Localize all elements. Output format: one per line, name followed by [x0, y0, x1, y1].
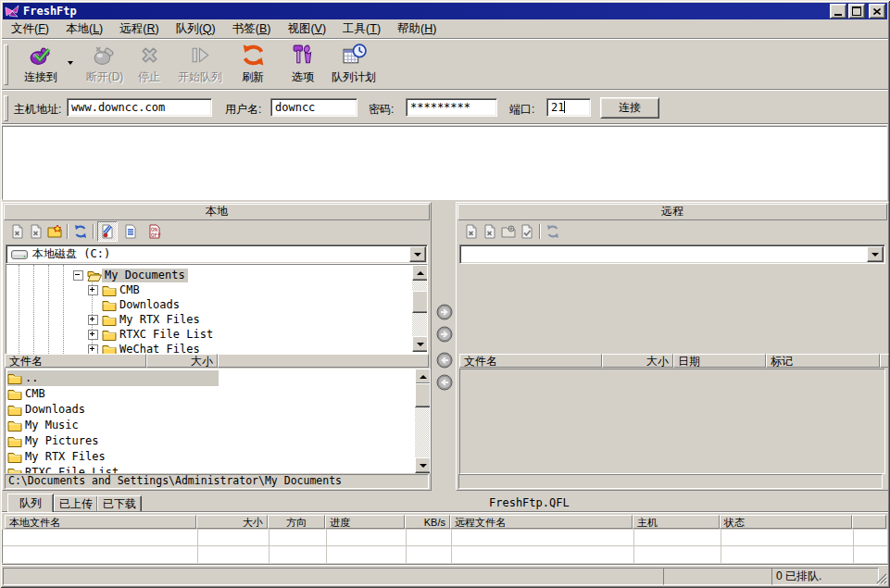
- queue-file-icon[interactable]: [462, 222, 481, 241]
- queue-schedule-button[interactable]: 队列计划: [326, 43, 382, 85]
- toolbar-gripper[interactable]: [4, 44, 8, 85]
- connect-button[interactable]: 连接: [600, 97, 659, 119]
- collapse-icon[interactable]: [73, 270, 83, 281]
- scrollbar-thumb[interactable]: [412, 291, 428, 313]
- tab-queue[interactable]: 队列: [7, 494, 54, 512]
- remote-panel-toolbar: [462, 221, 562, 242]
- column-header-local-name[interactable]: 本地文件名: [5, 515, 196, 529]
- column-header-direction[interactable]: 方向: [268, 515, 325, 529]
- expand-icon[interactable]: [88, 285, 98, 295]
- options-button[interactable]: 选项: [282, 43, 324, 85]
- local-drive-combobox[interactable]: 本地磁盘 (C:): [6, 244, 428, 264]
- refresh-local-icon[interactable]: [71, 222, 90, 241]
- list-scrollbar[interactable]: [415, 369, 430, 473]
- expand-icon[interactable]: [88, 315, 98, 325]
- menu-remote[interactable]: 远程(R): [111, 19, 167, 39]
- minimize-button[interactable]: [830, 4, 846, 19]
- file-row[interactable]: My Music: [7, 418, 81, 433]
- refresh-button[interactable]: 刷新: [232, 43, 274, 85]
- tree-item[interactable]: Downloads: [6, 297, 182, 312]
- column-header-size[interactable]: 大小: [196, 515, 268, 529]
- menu-bookmarks[interactable]: 书签(B): [224, 19, 280, 39]
- column-header-name[interactable]: 文件名: [459, 354, 602, 368]
- column-header-progress[interactable]: 进度: [325, 515, 405, 529]
- make-folder-icon[interactable]: [499, 222, 518, 241]
- tree-item[interactable]: RTXC File List: [6, 327, 216, 342]
- view-list-icon[interactable]: [121, 222, 140, 241]
- column-header-status[interactable]: 状态: [720, 515, 852, 529]
- column-header-speed[interactable]: KB/s: [405, 515, 450, 529]
- file-row[interactable]: RTXC File List: [7, 465, 121, 473]
- menu-tools[interactable]: 工具(T): [334, 19, 389, 39]
- column-header-name[interactable]: 文件名: [5, 354, 146, 368]
- filter-toggle-icon[interactable]: [97, 221, 118, 242]
- column-header-size[interactable]: 大小: [146, 354, 218, 368]
- tree-item[interactable]: My RTX Files: [6, 312, 203, 327]
- column-header-remote-name[interactable]: 远程文件名: [450, 515, 633, 529]
- make-folder-icon[interactable]: [45, 222, 64, 241]
- connection-bar-gripper[interactable]: [4, 95, 8, 121]
- scroll-up-button[interactable]: [412, 265, 428, 281]
- column-header-host[interactable]: 主机: [633, 515, 720, 529]
- column-header-date[interactable]: 日期: [673, 354, 766, 368]
- scrollbar-thumb[interactable]: [415, 383, 431, 407]
- tree-item-label: CMB: [117, 283, 143, 297]
- expand-icon[interactable]: [88, 330, 98, 340]
- folder-icon: [102, 284, 117, 296]
- tree-item[interactable]: My Documents: [6, 268, 188, 282]
- queue-file-icon[interactable]: [8, 222, 27, 241]
- delete-file-icon[interactable]: [481, 222, 499, 241]
- scroll-down-button[interactable]: [412, 336, 428, 352]
- drive-dropdown-button[interactable]: [409, 246, 426, 262]
- download-queue-button[interactable]: [436, 374, 453, 391]
- title-bar: FreshFtp: [3, 3, 887, 19]
- tab-uploaded[interactable]: 已上传: [54, 495, 98, 512]
- file-row[interactable]: ..: [7, 370, 41, 386]
- username-input[interactable]: [270, 98, 357, 117]
- expand-icon[interactable]: [88, 344, 98, 355]
- tree-item[interactable]: WeChat Files: [6, 342, 203, 355]
- port-input[interactable]: [546, 98, 591, 117]
- menu-help[interactable]: 帮助(H): [389, 19, 445, 39]
- tab-downloaded[interactable]: 已下载: [97, 495, 142, 512]
- close-button[interactable]: [869, 4, 885, 19]
- remote-path-dropdown-button[interactable]: [867, 246, 884, 262]
- menu-view[interactable]: 视图(V): [279, 19, 334, 39]
- file-row[interactable]: CMB: [7, 386, 48, 402]
- menu-file[interactable]: 文件(F): [3, 19, 57, 39]
- local-file-list: .. CMB Downloads My Music My Pictures My…: [5, 369, 431, 473]
- stop-icon: [137, 43, 162, 68]
- upload-queue-button[interactable]: [436, 326, 453, 343]
- gridline: [326, 530, 327, 563]
- close-icon: [873, 8, 881, 15]
- password-label: 密码:: [369, 102, 394, 118]
- rename-icon[interactable]: [518, 222, 536, 241]
- show-hidden-toggle-icon[interactable]: [145, 222, 164, 241]
- refresh-remote-icon[interactable]: [544, 222, 562, 241]
- tree-item[interactable]: CMB: [6, 282, 143, 297]
- password-input[interactable]: [406, 98, 497, 117]
- file-row[interactable]: My Pictures: [7, 433, 101, 449]
- upload-button[interactable]: [436, 304, 453, 320]
- gridline: [406, 530, 407, 563]
- remote-path-combobox[interactable]: [459, 244, 885, 264]
- connect-to-button[interactable]: 连接到: [15, 43, 67, 85]
- menu-local[interactable]: 本地(L): [57, 19, 111, 39]
- column-header-size[interactable]: 大小: [602, 354, 673, 368]
- connect-dropdown-arrow[interactable]: [68, 61, 73, 65]
- download-button[interactable]: [436, 352, 453, 369]
- file-row[interactable]: Downloads: [7, 402, 88, 418]
- resize-grip[interactable]: [876, 573, 887, 584]
- scroll-down-button[interactable]: [415, 457, 431, 473]
- scroll-up-button[interactable]: [415, 369, 431, 384]
- maximize-button[interactable]: [848, 4, 865, 19]
- arrow-right-icon: [436, 326, 453, 343]
- column-header-mark[interactable]: 标记: [766, 354, 880, 368]
- delete-file-icon[interactable]: [27, 222, 45, 241]
- file-row[interactable]: My RTX Files: [7, 449, 108, 465]
- tree-scrollbar[interactable]: [412, 265, 427, 352]
- tree-item-label: RTXC File List: [117, 328, 216, 342]
- folder-icon: [7, 419, 22, 432]
- menu-queue[interactable]: 队列(Q): [168, 19, 224, 39]
- host-input[interactable]: [67, 98, 212, 117]
